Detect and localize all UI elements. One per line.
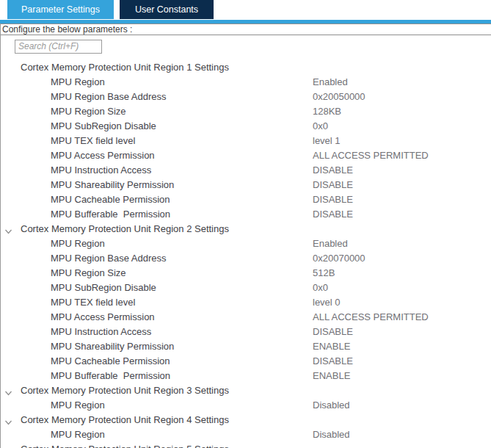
param-row[interactable]: MPU Cacheable PermissionDISABLE bbox=[1, 354, 491, 369]
search-input[interactable] bbox=[15, 40, 102, 54]
param-label: MPU Region Size bbox=[51, 104, 313, 119]
param-label: MPU Shareability Permission bbox=[51, 178, 313, 192]
param-value[interactable]: DISABLE bbox=[313, 163, 353, 178]
param-row[interactable]: MPU Bufferable PermissionENABLE bbox=[1, 369, 491, 383]
param-row[interactable]: MPU RegionEnabled bbox=[1, 75, 491, 90]
param-row[interactable]: MPU SubRegion Disable0x0 bbox=[1, 281, 491, 295]
parameter-tree: Cortex Memory Protection Unit Region 1 S… bbox=[1, 60, 491, 448]
param-value[interactable]: DISABLE bbox=[313, 325, 353, 339]
section-title: Cortex Memory Protection Unit Region 4 S… bbox=[21, 414, 229, 425]
param-label: MPU SubRegion Disable bbox=[51, 119, 313, 134]
param-value[interactable]: DISABLE bbox=[313, 354, 353, 369]
section-title: Cortex Memory Protection Unit Region 5 S… bbox=[21, 444, 229, 448]
param-row[interactable]: MPU Cacheable PermissionDISABLE bbox=[1, 192, 491, 207]
param-row[interactable]: MPU Bufferable PermissionDISABLE bbox=[1, 207, 491, 222]
param-row[interactable]: MPU RegionDisabled bbox=[1, 427, 491, 442]
param-row[interactable]: MPU Access PermissionALL ACCESS PERMITTE… bbox=[1, 148, 491, 163]
param-value[interactable]: DISABLE bbox=[313, 178, 353, 192]
param-value[interactable]: 512B bbox=[313, 266, 335, 281]
param-label: MPU Instruction Access bbox=[51, 163, 313, 178]
section-header-region-5[interactable]: Cortex Memory Protection Unit Region 5 S… bbox=[1, 442, 491, 448]
param-row[interactable]: MPU Instruction AccessDISABLE bbox=[1, 325, 491, 339]
param-label: MPU Access Permission bbox=[51, 310, 313, 325]
instruction-label: Configure the below parameters : bbox=[1, 24, 491, 35]
param-row[interactable]: MPU Shareability PermissionENABLE bbox=[1, 339, 491, 354]
param-row[interactable]: MPU RegionDisabled bbox=[1, 398, 491, 413]
param-label: MPU Region Size bbox=[51, 266, 313, 281]
chevron-down-icon[interactable] bbox=[4, 225, 12, 234]
param-value[interactable]: ALL ACCESS PERMITTED bbox=[313, 148, 429, 163]
tab-bar: Parameter Settings User Constants bbox=[0, 0, 491, 19]
section-header-region-1[interactable]: Cortex Memory Protection Unit Region 1 S… bbox=[1, 60, 491, 75]
param-value[interactable]: 0x20050000 bbox=[313, 90, 365, 104]
param-value[interactable]: Enabled bbox=[313, 75, 348, 90]
param-value[interactable]: ALL ACCESS PERMITTED bbox=[313, 310, 429, 325]
param-label: MPU Cacheable Permission bbox=[51, 192, 313, 207]
param-label: MPU Access Permission bbox=[51, 148, 313, 163]
param-row[interactable]: MPU TEX field levellevel 1 bbox=[1, 134, 491, 148]
param-value[interactable]: 0x20070000 bbox=[313, 251, 365, 266]
parameter-panel: Configure the below parameters : Cortex … bbox=[0, 24, 491, 448]
param-value[interactable]: ENABLE bbox=[313, 339, 350, 354]
param-label: MPU Region bbox=[51, 75, 313, 90]
param-value[interactable]: DISABLE bbox=[313, 207, 353, 222]
param-label: MPU Region bbox=[51, 236, 313, 251]
param-value[interactable]: Enabled bbox=[313, 236, 348, 251]
param-value[interactable]: ENABLE bbox=[313, 369, 350, 383]
chevron-down-icon[interactable] bbox=[4, 416, 12, 424]
param-row[interactable]: MPU RegionEnabled bbox=[1, 236, 491, 251]
tab-user-constants[interactable]: User Constants bbox=[120, 0, 214, 19]
param-value[interactable]: 0x0 bbox=[313, 281, 328, 295]
param-label: MPU TEX field level bbox=[51, 295, 313, 310]
chevron-down-icon[interactable] bbox=[4, 446, 12, 448]
search-container bbox=[1, 35, 491, 54]
param-value[interactable]: DISABLE bbox=[313, 192, 353, 207]
param-row[interactable]: MPU SubRegion Disable0x0 bbox=[1, 119, 491, 134]
param-label: MPU Shareability Permission bbox=[51, 339, 313, 354]
param-label: MPU Region Base Address bbox=[51, 90, 313, 104]
param-value[interactable]: Disabled bbox=[313, 427, 350, 442]
chevron-down-icon[interactable] bbox=[4, 387, 12, 395]
param-value[interactable]: level 0 bbox=[313, 295, 341, 310]
section-header-region-3[interactable]: Cortex Memory Protection Unit Region 3 S… bbox=[1, 383, 491, 398]
param-label: MPU Instruction Access bbox=[51, 325, 313, 339]
param-value[interactable]: 0x0 bbox=[313, 119, 328, 134]
param-label: MPU Cacheable Permission bbox=[51, 354, 313, 369]
param-label: MPU Bufferable Permission bbox=[51, 207, 313, 222]
param-row[interactable]: MPU Access PermissionALL ACCESS PERMITTE… bbox=[1, 310, 491, 325]
param-value[interactable]: 128KB bbox=[313, 104, 341, 119]
param-row[interactable]: MPU TEX field levellevel 0 bbox=[1, 295, 491, 310]
param-label: MPU Bufferable Permission bbox=[51, 369, 313, 383]
param-label: MPU Region bbox=[51, 398, 313, 413]
section-title: Cortex Memory Protection Unit Region 3 S… bbox=[21, 385, 229, 396]
param-row[interactable]: MPU Instruction AccessDISABLE bbox=[1, 163, 491, 178]
section-title: Cortex Memory Protection Unit Region 1 S… bbox=[21, 62, 229, 73]
param-label: MPU TEX field level bbox=[51, 134, 313, 148]
tab-parameter-settings[interactable]: Parameter Settings bbox=[7, 0, 114, 19]
param-label: MPU Region Base Address bbox=[51, 251, 313, 266]
param-value[interactable]: Disabled bbox=[313, 398, 350, 413]
param-value[interactable]: level 1 bbox=[313, 134, 341, 148]
param-row[interactable]: MPU Region Base Address0x20050000 bbox=[1, 90, 491, 104]
param-row[interactable]: MPU Shareability PermissionDISABLE bbox=[1, 178, 491, 192]
param-row[interactable]: MPU Region Size512B bbox=[1, 266, 491, 281]
section-title: Cortex Memory Protection Unit Region 2 S… bbox=[21, 223, 229, 234]
section-header-region-2[interactable]: Cortex Memory Protection Unit Region 2 S… bbox=[1, 222, 491, 236]
param-label: MPU SubRegion Disable bbox=[51, 281, 313, 295]
param-row[interactable]: MPU Region Size128KB bbox=[1, 104, 491, 119]
section-header-region-4[interactable]: Cortex Memory Protection Unit Region 4 S… bbox=[1, 413, 491, 427]
param-label: MPU Region bbox=[51, 427, 313, 442]
param-row[interactable]: MPU Region Base Address0x20070000 bbox=[1, 251, 491, 266]
